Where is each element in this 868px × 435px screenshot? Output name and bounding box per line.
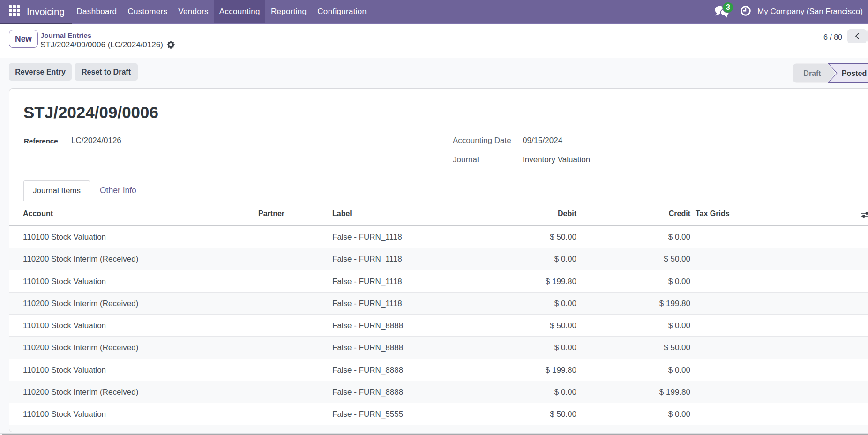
svg-text:Draft: Draft — [803, 69, 821, 77]
svg-text:Posted: Posted — [842, 69, 867, 77]
svg-text:3: 3 — [726, 3, 730, 11]
